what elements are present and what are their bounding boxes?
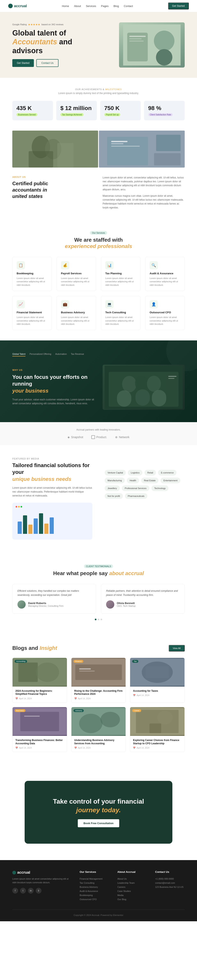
footer-services-title: Our Services bbox=[79, 870, 109, 873]
tag-professional[interactable]: Professional Services bbox=[122, 485, 149, 491]
dark-tab-2[interactable]: Automation bbox=[56, 353, 67, 356]
blog-card-5[interactable]: Career Exploring Career Choices from Fin… bbox=[130, 707, 185, 752]
nav-blog[interactable]: Blog bbox=[113, 5, 119, 8]
nav-contact[interactable]: Contact bbox=[124, 5, 133, 8]
footer-about-4[interactable]: Media bbox=[118, 893, 147, 897]
stat-number-1: $ 12 million bbox=[60, 105, 93, 111]
test-dot-1[interactable] bbox=[98, 619, 99, 620]
nav-links: Home About Services Pages Blog Contact bbox=[62, 5, 133, 8]
social-linkedin[interactable]: li bbox=[36, 888, 41, 894]
tag-nonprofit[interactable]: Not for profit bbox=[105, 493, 123, 499]
blog-date-5: April 14, 2024 bbox=[137, 747, 149, 749]
blog-card-1[interactable]: Finance Rising to the Challenge: Account… bbox=[71, 658, 126, 703]
blog-image-5: Career bbox=[130, 707, 184, 736]
social-facebook[interactable]: f bbox=[12, 888, 18, 894]
footer-service-3[interactable]: Audit & Assurance bbox=[79, 889, 109, 893]
services-header: Our Services We are staffed with experie… bbox=[12, 231, 185, 250]
tag-technology[interactable]: Technology bbox=[151, 485, 169, 491]
service-icon-7: 👤 bbox=[149, 300, 158, 309]
dark-tab-3[interactable]: Tax Revenue bbox=[71, 353, 84, 356]
svg-rect-29 bbox=[168, 378, 175, 379]
testimonial-text-0: Efficient solutions, they handled our co… bbox=[17, 589, 91, 597]
tailored-description: Lorem ipsum dolor sit amet consectetur a… bbox=[12, 486, 92, 498]
tag-retail[interactable]: Retail bbox=[145, 470, 156, 476]
hero-primary-button[interactable]: Get Started bbox=[12, 59, 34, 67]
nav-home[interactable]: Home bbox=[62, 5, 69, 8]
tailored-tag: FEATURED BY MEDIA bbox=[12, 457, 92, 460]
nav-cta-button[interactable]: Get Started bbox=[168, 2, 189, 10]
bar-2 bbox=[23, 515, 27, 534]
hero-outline-button[interactable]: Contact Us bbox=[37, 59, 58, 67]
blog-svg-2 bbox=[130, 658, 184, 687]
blog-card-0[interactable]: Accounting 2024 Accounting for Beginners… bbox=[12, 658, 67, 703]
footer: accrual Lorem ipsum dolor sit amet conse… bbox=[0, 860, 197, 921]
svg-point-21 bbox=[122, 376, 137, 392]
tag-realestate[interactable]: Real Estate bbox=[141, 477, 159, 483]
blog-date-1: April 14, 2024 bbox=[78, 697, 91, 700]
view-all-button[interactable]: View All bbox=[169, 645, 185, 651]
nav-logo[interactable]: accrual bbox=[8, 4, 27, 8]
footer-service-5[interactable]: Outsourced CFO bbox=[79, 897, 109, 901]
nav-services[interactable]: Services bbox=[86, 5, 96, 8]
bar-6 bbox=[44, 523, 48, 534]
nav-pages[interactable]: Pages bbox=[101, 5, 108, 8]
tag-ecommerce[interactable]: E-commerce bbox=[158, 470, 176, 476]
tag-logistics[interactable]: Logistics bbox=[128, 470, 142, 476]
tag-entertainment[interactable]: Entertainment bbox=[160, 477, 180, 483]
dark-tab-1[interactable]: Personalized Offering bbox=[30, 353, 51, 356]
blog-card-3[interactable]: Business Transforming Business Finances:… bbox=[12, 707, 67, 752]
footer-about-2[interactable]: Careers bbox=[118, 885, 147, 889]
footer-service-1[interactable]: Tax Consulting bbox=[79, 881, 109, 885]
footer-about-3[interactable]: Case Studies bbox=[118, 889, 147, 893]
footer-phone[interactable]: +1 (800) 000-0000 bbox=[155, 877, 185, 881]
footer-about-0[interactable]: About Us bbox=[118, 877, 147, 881]
tag-pharma[interactable]: Pharmaceuticals bbox=[125, 493, 147, 499]
gallery-svg-right bbox=[99, 130, 185, 167]
hero-buttons: Get Started Contact Us bbox=[12, 59, 94, 67]
certified-para1: Lorem ipsum dolor sit amet, consectetur … bbox=[103, 176, 185, 192]
blog-card-4[interactable]: Advisory Understanding Business Advisory… bbox=[71, 707, 126, 752]
gallery-svg-left bbox=[12, 130, 98, 167]
blog-content-3: Transforming Business Finances: Better A… bbox=[13, 736, 67, 752]
footer-email[interactable]: contact@email.com bbox=[155, 881, 185, 885]
footer-service-0[interactable]: Financial Management bbox=[79, 877, 109, 881]
service-icon-6: 💻 bbox=[105, 300, 113, 309]
blog-image-3: Business bbox=[13, 707, 67, 736]
tag-manufacturing[interactable]: Manufacturing bbox=[105, 477, 125, 483]
testimonials-grid: Efficient solutions, they handled our co… bbox=[12, 584, 185, 614]
testimonial-name-0: David Roberts bbox=[28, 601, 64, 605]
test-dot-0[interactable] bbox=[95, 619, 97, 620]
footer-about-5[interactable]: Our Blog bbox=[118, 897, 147, 901]
services-section: Our Services We are staffed with experie… bbox=[0, 221, 197, 340]
blog-meta-2: 📅 April 14, 2024 bbox=[133, 694, 182, 697]
service-card-6: 💻 Tech Consulting Lorem ipsum dolor sit … bbox=[101, 296, 140, 330]
footer-service-4[interactable]: Bookkeeping bbox=[79, 893, 109, 897]
snapshot-icon: ◈ bbox=[68, 436, 70, 439]
rating-source: Google Rating bbox=[12, 23, 27, 25]
footer-service-2[interactable]: Business Advisory bbox=[79, 885, 109, 889]
footer-about-1[interactable]: Leadership Team bbox=[118, 881, 147, 885]
test-dot-2[interactable] bbox=[100, 619, 102, 620]
blog-image-2: Tax bbox=[130, 658, 184, 687]
tailored-title: Tailored financial solutions for your un… bbox=[12, 462, 92, 483]
blog-tag-1: Finance bbox=[73, 660, 83, 663]
svg-rect-28 bbox=[168, 376, 176, 377]
service-icon-3: 🔍 bbox=[149, 261, 158, 269]
tag-venture[interactable]: Venture Capital bbox=[105, 470, 126, 476]
svg-rect-5 bbox=[129, 38, 141, 39]
nav-about[interactable]: About bbox=[74, 5, 81, 8]
hero-title: Global talent of Accountants and advisor… bbox=[12, 29, 94, 55]
footer-about-list: About Us Leadership Team Careers Case St… bbox=[118, 877, 147, 901]
service-desc-1: Lorem ipsum dolor sit amet consectetur a… bbox=[61, 277, 92, 287]
social-instagram[interactable]: in bbox=[28, 888, 33, 894]
tag-health[interactable]: Health bbox=[127, 477, 139, 483]
social-twitter[interactable]: t bbox=[20, 888, 26, 894]
dark-left: WHY US You can focus your efforts on run… bbox=[12, 369, 94, 406]
partners-section: Accrual partners with leading innovators… bbox=[0, 422, 197, 445]
cta-button[interactable]: Book Free Consultation bbox=[78, 819, 119, 827]
tag-jewellery[interactable]: Jewellery bbox=[105, 485, 120, 491]
blog-card-2[interactable]: Tax Accounting for Taxes 📅 April 14, 202… bbox=[130, 658, 185, 703]
rating-count: based on 342 reviews bbox=[41, 23, 64, 25]
dark-tab-0[interactable]: Global Talent bbox=[12, 353, 25, 356]
testimonial-card-1: Reliable partners, their attention to de… bbox=[101, 584, 185, 614]
